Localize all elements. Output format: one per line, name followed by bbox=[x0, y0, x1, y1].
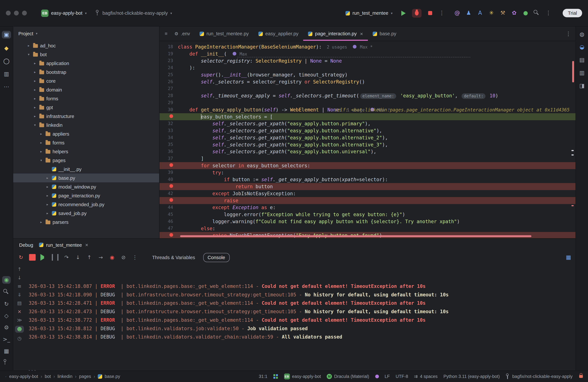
indent-widget[interactable]: ⇉ 4 spaces bbox=[414, 374, 438, 379]
settings-icon[interactable]: ⚙ bbox=[3, 324, 10, 331]
chevron-collapsed-icon[interactable]: ▸ bbox=[33, 62, 37, 65]
horizontal-scrollbar[interactable] bbox=[180, 235, 531, 237]
science-tool-icon[interactable]: ◇ bbox=[3, 313, 10, 319]
scroll-up-icon[interactable]: ↑ bbox=[16, 266, 23, 272]
code-line-43[interactable]: raise bbox=[160, 197, 576, 204]
breakpoint-dot[interactable] bbox=[160, 197, 178, 204]
chevron-collapsed-icon[interactable]: ▸ bbox=[33, 88, 37, 92]
tree-item-helpers[interactable]: ▸helpers bbox=[13, 147, 159, 156]
code-line-41[interactable]: return button bbox=[160, 183, 576, 190]
board-tool-icon[interactable]: ▥ bbox=[3, 71, 10, 77]
ai-chat-icon[interactable]: ◒ bbox=[579, 44, 585, 50]
chevron-collapsed-icon[interactable]: ▸ bbox=[45, 185, 50, 189]
color-scheme-icon[interactable] bbox=[375, 375, 379, 378]
vcs-branch-widget[interactable]: bagfix/not-clickable-easy-apply ▾ bbox=[93, 9, 175, 17]
github-icon[interactable]: ◯ bbox=[3, 58, 10, 64]
project-tool-icon[interactable]: ▣ bbox=[2, 31, 11, 39]
chevron-collapsed-icon[interactable]: ▸ bbox=[39, 150, 43, 153]
tree-item-application[interactable]: ▸application bbox=[13, 59, 159, 68]
tree-item-__init__.py[interactable]: __init__.py bbox=[13, 165, 159, 173]
step-into-icon[interactable]: ↓ bbox=[75, 254, 81, 261]
code-line-28[interactable]: 28 self._timeout_easy_apply = self._sele… bbox=[160, 92, 576, 99]
translate-box-icon[interactable]: ◨ bbox=[579, 82, 585, 89]
code-line-25[interactable]: 25 super().__init__(browser_manager, tim… bbox=[160, 71, 576, 78]
code-line-39[interactable]: 39 try: bbox=[160, 169, 576, 176]
chevron-collapsed-icon[interactable]: ▸ bbox=[39, 132, 43, 136]
code-line-30[interactable]: 30 def get_easy_apply_button(self) -> We… bbox=[160, 106, 576, 113]
history-icon[interactable]: ◷ bbox=[16, 336, 23, 341]
breadcrumb-item-base.py[interactable]: base.py bbox=[105, 374, 120, 379]
translate-icon[interactable]: A bbox=[477, 10, 483, 17]
code-line-31[interactable]: easy_button_selectors = [ bbox=[160, 113, 576, 120]
tree-item-page_interaction.py[interactable]: ▸page_interaction.py bbox=[13, 191, 159, 200]
trial-badge[interactable]: Trial bbox=[563, 9, 582, 17]
chevron-expanded-icon[interactable]: ▾ bbox=[33, 123, 37, 127]
soft-wrap-icon[interactable]: ≡ bbox=[16, 283, 23, 289]
clear-console-icon[interactable]: × bbox=[16, 309, 23, 314]
readonly-lock-icon[interactable] bbox=[579, 375, 583, 378]
tree-item-recommended_job.py[interactable]: ▸recommended_job.py bbox=[13, 200, 159, 209]
stop-button[interactable] bbox=[425, 9, 435, 18]
tree-item-gpt[interactable]: ▸gpt bbox=[13, 103, 159, 112]
git-tool-icon[interactable] bbox=[3, 360, 10, 366]
encoding-widget[interactable]: UTF-8 bbox=[396, 374, 408, 379]
view-breakpoints-icon[interactable]: ◉ bbox=[109, 254, 115, 261]
breadcrumb-item-linkedin[interactable]: linkedin bbox=[58, 374, 73, 379]
project-widget[interactable]: EB easy-apply-bot ▾ bbox=[39, 8, 89, 18]
editor-tab-.env[interactable]: ⚙.env bbox=[170, 26, 195, 41]
vertical-scrollbar-thumb[interactable] bbox=[572, 61, 574, 83]
close-window-button[interactable] bbox=[6, 11, 11, 15]
chevron-collapsed-icon[interactable]: ▸ bbox=[33, 114, 37, 118]
breakpoint-dot[interactable] bbox=[160, 113, 178, 120]
code-line-32[interactable]: 32 self._selectors.get_xpath("easy_apply… bbox=[160, 120, 576, 127]
code-line-42[interactable]: 42 except JobIsNotEasyException: bbox=[160, 190, 576, 197]
maximize-window-button[interactable] bbox=[22, 11, 27, 15]
scroll-to-end-icon[interactable]: ⇓ bbox=[16, 292, 23, 297]
code-line-35[interactable]: 35 self._selectors.get_xpath("easy_apply… bbox=[160, 141, 576, 148]
scroll-down-icon[interactable]: ↓ bbox=[16, 275, 23, 280]
console-output[interactable]: 326-03-13 15:42:18.087 | ERROR | bot.lin… bbox=[26, 264, 576, 371]
code-line-24[interactable]: 24 ): bbox=[160, 64, 576, 71]
expand-icon[interactable]: ≫ bbox=[16, 317, 23, 323]
run-configuration-selector[interactable]: run_test_mentee ▾ bbox=[343, 9, 395, 17]
close-tab-icon[interactable]: × bbox=[360, 31, 363, 37]
documentation-icon[interactable]: ▥ bbox=[579, 69, 585, 76]
code-line-37[interactable]: 37 ] bbox=[160, 155, 576, 162]
tree-item-base.py[interactable]: ▸base.py bbox=[13, 173, 159, 182]
editor-tab-easy_applier.py[interactable]: easy_applier.py bbox=[253, 26, 303, 41]
chevron-collapsed-icon[interactable]: ▸ bbox=[45, 176, 50, 180]
code-line-33[interactable]: 33 self._selectors.get_xpath("easy_apply… bbox=[160, 127, 576, 134]
code-line-44[interactable]: 44 except Exception as e: bbox=[160, 204, 576, 211]
chevron-collapsed-icon[interactable]: ▸ bbox=[45, 203, 50, 206]
minimize-window-button[interactable] bbox=[14, 11, 19, 15]
run-more-options-icon[interactable]: ⋮ bbox=[439, 10, 445, 17]
breadcrumb-item-easy-apply-bot[interactable]: easy-apply-bot bbox=[9, 374, 38, 379]
services-tool-icon[interactable]: ▦ bbox=[3, 348, 10, 355]
code-line-48[interactable]: raise NoSuchElementException("Easy Apply… bbox=[160, 232, 576, 238]
mute-breakpoints-icon[interactable]: ⊘ bbox=[120, 254, 127, 261]
packages-tool-icon[interactable]: ↻ bbox=[3, 301, 10, 307]
project-interpreter-badge-widget[interactable]: EB easy-apply-bot bbox=[284, 374, 321, 379]
bookmarks-tool-icon[interactable]: ◆ bbox=[3, 45, 10, 52]
vcs-widget[interactable]: bagfix/not-clickable-easy-apply bbox=[506, 374, 573, 379]
code-line-27[interactable]: 27 bbox=[160, 85, 576, 92]
ai-assistant-icon[interactable]: @ bbox=[454, 10, 461, 17]
database-icon[interactable]: ▤ bbox=[579, 57, 585, 64]
status-ok-icon[interactable]: ● bbox=[522, 10, 529, 17]
pause-icon[interactable] bbox=[52, 254, 59, 261]
step-over-icon[interactable]: ↷ bbox=[63, 254, 70, 261]
notifications-icon[interactable]: ◍ bbox=[579, 31, 585, 38]
chevron-collapsed-icon[interactable]: ▸ bbox=[45, 212, 50, 215]
chevron-expanded-icon[interactable]: ▾ bbox=[39, 158, 43, 162]
search-tool-icon[interactable] bbox=[3, 289, 10, 296]
code-line-36[interactable]: 36 self._selectors.get_xpath("easy_apply… bbox=[160, 148, 576, 155]
code-line-18[interactable]: 18class PageInteractionManager(BaseSelen… bbox=[160, 43, 576, 50]
editor-tab-base.py[interactable]: base.py bbox=[368, 26, 401, 41]
code-line-34[interactable]: 34 self._selectors.get_xpath("easy_apply… bbox=[160, 134, 576, 141]
chevron-collapsed-icon[interactable]: ▸ bbox=[26, 44, 31, 47]
chevron-collapsed-icon[interactable]: ▸ bbox=[33, 70, 37, 74]
tree-item-modal_window.py[interactable]: ▸modal_window.py bbox=[13, 182, 159, 191]
code-line-19[interactable]: 19 def __init__( Max bbox=[160, 50, 576, 57]
breakpoint-dot[interactable] bbox=[160, 232, 178, 238]
editor-options-icon[interactable]: ⋮ bbox=[566, 30, 576, 37]
